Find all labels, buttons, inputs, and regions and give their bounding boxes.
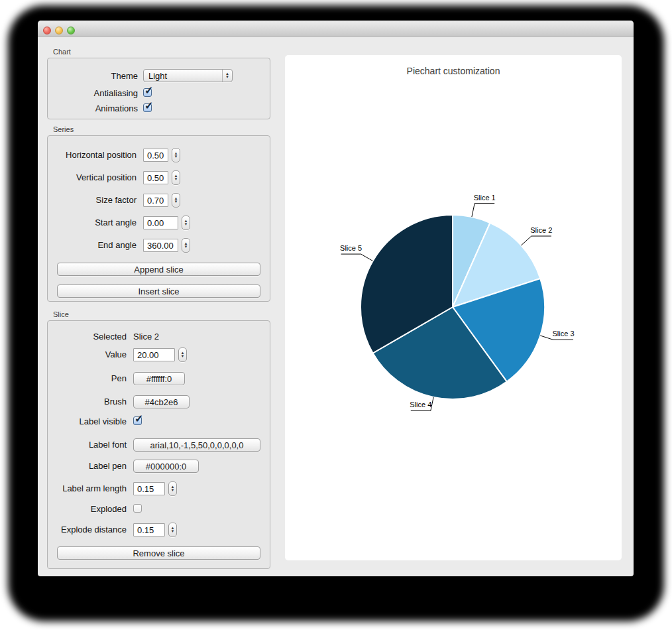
brush-label: Brush xyxy=(52,397,127,407)
remove-slice-button[interactable]: Remove slice xyxy=(57,546,260,560)
theme-select[interactable]: Light ▲ ▼ xyxy=(143,69,233,82)
label-visible-label: Label visible xyxy=(52,416,127,426)
label-font-button[interactable]: arial,10,-1,5,50,0,0,0,0,0 xyxy=(133,438,260,452)
horizontal-position-label: Horizontal position xyxy=(54,150,137,160)
minimize-button[interactable] xyxy=(55,27,63,34)
value-stepper[interactable]: ▲ ▼ xyxy=(178,347,187,362)
end-angle-input[interactable] xyxy=(143,239,178,252)
series-groupbox: Series Horizontal position ▲ ▼ Vertical … xyxy=(47,135,270,302)
label-arm-length-stepper[interactable]: ▲ ▼ xyxy=(168,481,177,496)
pie-label-arm xyxy=(472,204,494,217)
horizontal-position-input[interactable] xyxy=(143,149,168,162)
antialiasing-label: Antialiasing xyxy=(54,88,138,98)
exploded-checkbox[interactable]: ✓ xyxy=(133,504,142,513)
animations-label: Animations xyxy=(54,103,138,113)
end-angle-stepper[interactable]: ▲ ▼ xyxy=(182,238,190,253)
stepper-down-icon: ▼ xyxy=(181,355,185,358)
window-titlebar[interactable] xyxy=(38,21,634,36)
screenshot-stage: Chart Theme Light ▲ ▼ Antialiasing ✓ Ani… xyxy=(0,0,672,630)
check-icon: ✓ xyxy=(144,99,153,112)
explode-distance-stepper[interactable]: ▲ ▼ xyxy=(168,523,177,537)
label-pen-label: Label pen xyxy=(52,461,127,471)
theme-label: Theme xyxy=(54,71,138,81)
label-arm-length-label: Label arm length xyxy=(52,483,127,493)
combobox-arrows-icon: ▲ ▼ xyxy=(222,70,232,82)
size-factor-stepper[interactable]: ▲ ▼ xyxy=(172,193,180,208)
stepper-down-icon: ▼ xyxy=(174,178,178,181)
size-factor-label: Size factor xyxy=(54,195,137,205)
start-angle-input[interactable] xyxy=(143,216,178,229)
pie-slice-label: Slice 1 xyxy=(474,194,496,202)
explode-distance-input[interactable] xyxy=(133,523,165,536)
pie-slice-label: Slice 5 xyxy=(340,244,362,252)
start-angle-stepper[interactable]: ▲ ▼ xyxy=(182,216,190,230)
brush-button[interactable]: #4cb2e6 xyxy=(133,395,190,409)
check-icon: ✓ xyxy=(135,412,143,425)
label-font-label: Label font xyxy=(52,440,127,450)
pen-label: Pen xyxy=(52,373,127,383)
stepper-down-icon: ▼ xyxy=(171,489,175,492)
pie-slice-label: Slice 2 xyxy=(530,226,552,234)
series-group-title: Series xyxy=(53,125,74,133)
selected-label: Selected xyxy=(52,332,127,342)
vertical-position-input[interactable] xyxy=(143,171,168,184)
start-angle-label: Start angle xyxy=(54,218,137,227)
label-visible-checkbox[interactable]: ✓ xyxy=(133,416,142,425)
stepper-down-icon: ▼ xyxy=(174,200,178,204)
exploded-label: Exploded xyxy=(52,504,127,514)
animations-checkbox[interactable]: ✓ xyxy=(143,103,152,112)
theme-selected-value: Light xyxy=(144,71,222,81)
pie-slice-label: Slice 3 xyxy=(552,330,574,338)
size-factor-input[interactable] xyxy=(143,194,168,207)
horizontal-position-stepper[interactable]: ▲ ▼ xyxy=(172,148,180,162)
label-arm-length-input[interactable] xyxy=(133,482,165,495)
slice-group-title: Slice xyxy=(53,310,69,318)
pie-slice-label: Slice 4 xyxy=(410,401,431,409)
end-angle-label: End angle xyxy=(54,240,137,250)
slice-groupbox: Slice Selected Slice 2 Value ▲ ▼ Pen #ff… xyxy=(47,320,270,569)
vertical-position-label: Vertical position xyxy=(54,172,137,182)
chart-group-title: Chart xyxy=(53,48,71,56)
chart-panel: Piechart customization Slice 1Slice 2Sli… xyxy=(285,55,622,560)
stepper-down-icon: ▼ xyxy=(174,155,178,158)
app-window: Chart Theme Light ▲ ▼ Antialiasing ✓ Ani… xyxy=(38,21,634,576)
stepper-down-icon: ▼ xyxy=(184,223,188,226)
explode-distance-label: Explode distance xyxy=(52,525,127,535)
antialiasing-checkbox[interactable]: ✓ xyxy=(143,88,152,97)
chart-groupbox: Chart Theme Light ▲ ▼ Antialiasing ✓ Ani… xyxy=(47,58,270,119)
vertical-position-stepper[interactable]: ▲ ▼ xyxy=(172,170,180,185)
label-pen-button[interactable]: #000000:0 xyxy=(133,460,199,473)
arrow-down-icon: ▼ xyxy=(225,76,229,79)
pen-button[interactable]: #ffffff:0 xyxy=(133,372,185,385)
stepper-down-icon: ▼ xyxy=(184,245,188,249)
pie-chart: Slice 1Slice 2Slice 3Slice 4Slice 5 xyxy=(285,55,622,560)
selected-slice-value: Slice 2 xyxy=(133,332,159,342)
value-input[interactable] xyxy=(133,348,175,361)
zoom-button[interactable] xyxy=(67,27,75,34)
stepper-down-icon: ▼ xyxy=(171,530,175,533)
value-label: Value xyxy=(52,349,127,359)
close-button[interactable] xyxy=(43,27,51,34)
pie-label-arm xyxy=(521,236,551,245)
check-icon: ✓ xyxy=(144,84,153,97)
insert-slice-button[interactable]: Insert slice xyxy=(57,284,260,298)
pie-label-arm xyxy=(341,254,373,261)
append-slice-button[interactable]: Append slice xyxy=(57,263,260,276)
